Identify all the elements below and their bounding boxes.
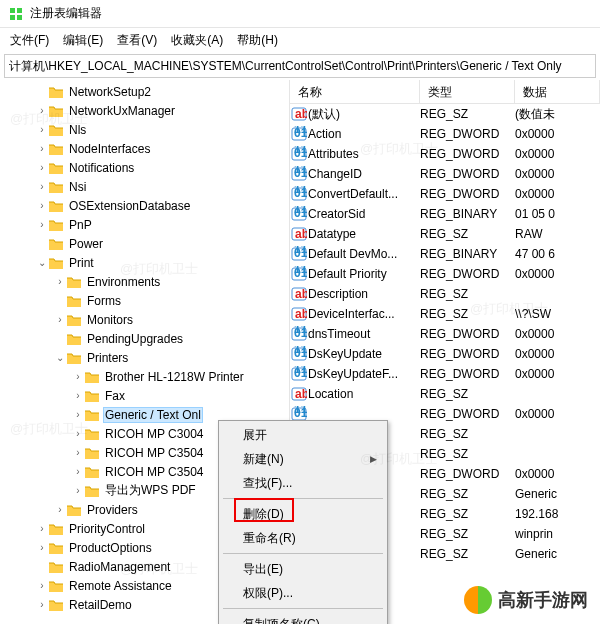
value-name: ConvertDefault...	[308, 187, 420, 201]
tree-item[interactable]: ›Monitors	[0, 310, 289, 329]
tree-item[interactable]: ›NetworkUxManager	[0, 101, 289, 120]
tree-item[interactable]: ›NodeInterfaces	[0, 139, 289, 158]
chevron-icon[interactable]: ›	[72, 428, 84, 439]
value-row[interactable]: DsKeyUpdateREG_DWORD0x0000	[290, 344, 600, 364]
chevron-icon[interactable]: ›	[36, 523, 48, 534]
ctx-sep3	[223, 608, 383, 609]
tree-label: ProductOptions	[67, 541, 154, 555]
tree-item[interactable]: ›PnP	[0, 215, 289, 234]
ctx-permissions[interactable]: 权限(P)...	[221, 581, 385, 605]
value-data: 0x0000	[515, 127, 600, 141]
chevron-icon[interactable]: ›	[36, 599, 48, 610]
value-row[interactable]: DsKeyUpdateF...REG_DWORD0x0000	[290, 364, 600, 384]
ctx-new[interactable]: 新建(N)	[221, 447, 385, 471]
chevron-icon[interactable]: ›	[36, 124, 48, 135]
chevron-icon[interactable]: ›	[54, 276, 66, 287]
chevron-icon[interactable]: ›	[36, 542, 48, 553]
value-type-icon	[290, 186, 308, 202]
value-row[interactable]: AttributesREG_DWORD0x0000	[290, 144, 600, 164]
tree-item[interactable]: ›Brother HL-1218W Printer	[0, 367, 289, 386]
value-name: Action	[308, 127, 420, 141]
value-row[interactable]: ConvertDefault...REG_DWORD0x0000	[290, 184, 600, 204]
folder-icon	[84, 465, 100, 479]
ctx-find[interactable]: 查找(F)...	[221, 471, 385, 495]
chevron-icon[interactable]: ›	[36, 219, 48, 230]
value-data: 0x0000	[515, 367, 600, 381]
tree-item[interactable]: NetworkSetup2	[0, 82, 289, 101]
value-row[interactable]: dnsTimeoutREG_DWORD0x0000	[290, 324, 600, 344]
value-name: Description	[308, 287, 420, 301]
value-row[interactable]: DescriptionREG_SZ	[290, 284, 600, 304]
folder-icon	[48, 256, 64, 270]
ctx-rename[interactable]: 重命名(R)	[221, 526, 385, 550]
chevron-icon[interactable]: ⌄	[54, 352, 66, 363]
tree-item[interactable]: ›Notifications	[0, 158, 289, 177]
tree-item[interactable]: ⌄Print	[0, 253, 289, 272]
col-type[interactable]: 类型	[420, 80, 515, 103]
value-row[interactable]: ActionREG_DWORD0x0000	[290, 124, 600, 144]
chevron-icon[interactable]: ›	[36, 105, 48, 116]
highlight-box	[234, 498, 294, 522]
chevron-icon[interactable]: ›	[72, 371, 84, 382]
address-bar[interactable]: 计算机\HKEY_LOCAL_MACHINE\SYSTEM\CurrentCon…	[4, 54, 596, 78]
chevron-icon[interactable]: ›	[72, 447, 84, 458]
chevron-icon[interactable]: ›	[54, 314, 66, 325]
tree-item[interactable]: ›OSExtensionDatabase	[0, 196, 289, 215]
folder-icon	[48, 199, 64, 213]
tree-item[interactable]: ⌄Printers	[0, 348, 289, 367]
value-type: REG_SZ	[420, 447, 515, 461]
value-name: Default Priority	[308, 267, 420, 281]
title-bar: 注册表编辑器	[0, 0, 600, 28]
value-row[interactable]: Default DevMo...REG_BINARY47 00 6	[290, 244, 600, 264]
value-row[interactable]: (默认)REG_SZ(数值未	[290, 104, 600, 124]
value-type: REG_SZ	[420, 507, 515, 521]
chevron-icon[interactable]: ›	[36, 200, 48, 211]
chevron-icon[interactable]: ›	[36, 143, 48, 154]
chevron-icon[interactable]: ›	[72, 390, 84, 401]
value-data: 0x0000	[515, 187, 600, 201]
tree-item[interactable]: ›Nls	[0, 120, 289, 139]
folder-icon	[48, 579, 64, 593]
tree-item[interactable]: Power	[0, 234, 289, 253]
chevron-icon[interactable]: ›	[36, 580, 48, 591]
tree-item[interactable]: PendingUpgrades	[0, 329, 289, 348]
value-row[interactable]: ChangeIDREG_DWORD0x0000	[290, 164, 600, 184]
chevron-icon[interactable]: ›	[72, 466, 84, 477]
ctx-copy-key-name[interactable]: 复制项名称(C)	[221, 612, 385, 624]
menu-favorites[interactable]: 收藏夹(A)	[165, 30, 229, 51]
tree-item[interactable]: ›Fax	[0, 386, 289, 405]
chevron-icon[interactable]: ›	[36, 181, 48, 192]
value-type: REG_DWORD	[420, 347, 515, 361]
value-row[interactable]: LocationREG_SZ	[290, 384, 600, 404]
menu-help[interactable]: 帮助(H)	[231, 30, 284, 51]
tree-item[interactable]: ›Nsi	[0, 177, 289, 196]
value-row[interactable]: CreatorSidREG_BINARY01 05 0	[290, 204, 600, 224]
menu-view[interactable]: 查看(V)	[111, 30, 163, 51]
value-row[interactable]: Default PriorityREG_DWORD0x0000	[290, 264, 600, 284]
value-data: 0x0000	[515, 267, 600, 281]
folder-icon	[84, 446, 100, 460]
value-data: (数值未	[515, 106, 600, 123]
tree-item[interactable]: ›Environments	[0, 272, 289, 291]
menu-edit[interactable]: 编辑(E)	[57, 30, 109, 51]
chevron-icon[interactable]: ›	[36, 162, 48, 173]
folder-icon	[84, 484, 100, 498]
col-name[interactable]: 名称	[290, 80, 420, 103]
chevron-icon[interactable]: ⌄	[36, 257, 48, 268]
ctx-sep2	[223, 553, 383, 554]
value-row[interactable]: DatatypeREG_SZRAW	[290, 224, 600, 244]
value-type-icon	[290, 146, 308, 162]
tree-item[interactable]: Forms	[0, 291, 289, 310]
chevron-icon[interactable]: ›	[72, 409, 84, 420]
col-data[interactable]: 数据	[515, 80, 600, 103]
tree-label: Nls	[67, 123, 88, 137]
value-type: REG_DWORD	[420, 407, 515, 421]
menu-file[interactable]: 文件(F)	[4, 30, 55, 51]
ctx-export[interactable]: 导出(E)	[221, 557, 385, 581]
value-row[interactable]: DeviceInterfac...REG_SZ\\?\SW	[290, 304, 600, 324]
chevron-icon[interactable]: ›	[72, 485, 84, 496]
value-type: REG_SZ	[420, 527, 515, 541]
folder-icon	[48, 180, 64, 194]
ctx-expand[interactable]: 展开	[221, 423, 385, 447]
chevron-icon[interactable]: ›	[54, 504, 66, 515]
